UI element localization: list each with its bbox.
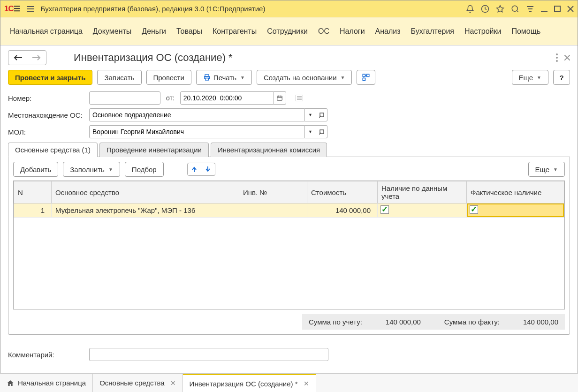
bottom-tab-assets[interactable]: Основные средства ✕ (93, 374, 183, 392)
col-avail-data[interactable]: Наличие по данным учета (378, 181, 467, 204)
menu-money[interactable]: Деньги (142, 27, 166, 36)
menu-contractors[interactable]: Контрагенты (213, 27, 257, 36)
fill-button[interactable]: Заполнить ▼ (63, 162, 120, 177)
svg-point-17 (556, 57, 558, 59)
svg-rect-29 (277, 96, 282, 100)
move-up-button[interactable] (187, 163, 201, 176)
chevron-down-icon: ▼ (108, 167, 113, 172)
tab-process[interactable]: Проведение инвентаризации (99, 143, 209, 157)
col-cost[interactable]: Стоимость (307, 181, 378, 204)
checkbox-icon[interactable] (380, 205, 389, 214)
cell-cost[interactable]: 140 000,00 (307, 204, 378, 218)
cell-inv[interactable] (239, 204, 307, 218)
history-icon[interactable] (481, 5, 489, 13)
write-button[interactable]: Записать (97, 70, 141, 85)
chevron-down-icon: ▼ (553, 167, 558, 172)
col-inv[interactable]: Инв. № (239, 181, 307, 204)
star-icon[interactable] (496, 5, 504, 13)
total-data-label: Сумма по учету: (309, 318, 362, 326)
comment-label: Комментарий: (8, 351, 85, 359)
total-fact-value: 140 000,00 (523, 318, 558, 326)
dropdown-button[interactable]: ▼ (305, 108, 316, 121)
close-icon[interactable] (567, 6, 574, 12)
mol-input[interactable] (89, 125, 305, 138)
tab-more-button[interactable]: Еще ▼ (528, 162, 565, 177)
comment-row: Комментарий: (8, 348, 570, 361)
number-row: Номер: от: (8, 91, 570, 105)
col-avail-fact[interactable]: Фактическое наличие (467, 181, 564, 204)
create-based-button[interactable]: Создать на основании ▼ (257, 70, 352, 85)
svg-point-16 (556, 53, 558, 55)
total-fact-label: Сумма по факту: (444, 318, 500, 326)
menu-employees[interactable]: Сотрудники (267, 27, 308, 36)
svg-point-18 (556, 60, 558, 62)
menu-help[interactable]: Помощь (511, 27, 540, 36)
maximize-icon[interactable] (554, 6, 561, 12)
more-button[interactable]: Еще ▼ (512, 70, 548, 85)
more-vertical-icon[interactable] (556, 53, 558, 62)
settings-lines-icon[interactable] (526, 6, 534, 12)
list-icon[interactable] (296, 95, 303, 101)
home-icon (7, 379, 14, 387)
cell-avail-fact[interactable] (467, 204, 564, 218)
help-button[interactable]: ? (553, 70, 570, 85)
page-header: Инвентаризация ОС (создание) * (8, 50, 570, 65)
menu-accounting[interactable]: Бухгалтерия (411, 27, 454, 36)
cell-avail-data[interactable] (378, 204, 467, 218)
post-button[interactable]: Провести (146, 70, 191, 85)
comment-input[interactable] (89, 348, 328, 361)
open-ref-button[interactable] (316, 125, 327, 138)
menu-settings[interactable]: Настройки (464, 27, 501, 36)
hamburger-icon[interactable] (25, 4, 36, 14)
dropdown-button[interactable]: ▼ (305, 125, 316, 138)
post-and-close-button[interactable]: Провести и закрыть (8, 70, 92, 85)
titlebar-icons (466, 5, 574, 13)
move-down-button[interactable] (201, 163, 215, 176)
select-button[interactable]: Подбор (125, 162, 164, 177)
tab-assets[interactable]: Основные средства (1) (8, 143, 98, 157)
location-row: Местонахождение ОС: ▼ (8, 108, 570, 121)
related-docs-button[interactable] (357, 70, 375, 85)
menu-os[interactable]: ОС (318, 27, 329, 36)
col-n[interactable]: N (14, 181, 52, 204)
menu-goods[interactable]: Товары (176, 27, 202, 36)
bottom-tab-inventory[interactable]: Инвентаризация ОС (создание) * ✕ (183, 374, 316, 392)
cell-n[interactable]: 1 (14, 204, 52, 218)
menu-documents[interactable]: Документы (93, 27, 131, 36)
search-icon[interactable] (511, 5, 519, 13)
close-page-icon[interactable] (564, 55, 570, 60)
tab-commission[interactable]: Инвентаризационная комиссия (211, 143, 327, 157)
minimize-icon[interactable] (541, 6, 548, 12)
add-button[interactable]: Добавить (13, 162, 58, 177)
mol-label: МОЛ: (8, 128, 85, 136)
from-label: от: (166, 94, 175, 102)
col-asset[interactable]: Основное средство (52, 181, 239, 204)
toolbar: Провести и закрыть Записать Провести Печ… (8, 70, 570, 85)
number-label: Номер: (8, 94, 85, 102)
number-input[interactable] (89, 91, 160, 105)
menubar: Начальная страница Документы Деньги Това… (0, 17, 578, 45)
location-input[interactable] (89, 108, 305, 121)
print-button[interactable]: Печать ▼ (196, 70, 252, 85)
menu-home[interactable]: Начальная страница (10, 27, 83, 36)
close-icon[interactable]: ✕ (304, 380, 309, 387)
svg-rect-26 (363, 78, 365, 81)
svg-point-5 (512, 6, 517, 11)
close-icon[interactable]: ✕ (170, 379, 176, 387)
menu-analysis[interactable]: Анализ (375, 27, 401, 36)
tab-content: Добавить Заполнить ▼ Подбор Еще ▼ (8, 157, 570, 335)
nav-buttons (8, 50, 46, 65)
forward-button[interactable] (27, 51, 46, 65)
bottom-tab-home[interactable]: Начальная страница (0, 374, 93, 392)
bottom-tabs: Начальная страница Основные средства ✕ И… (0, 373, 578, 392)
back-button[interactable] (8, 51, 27, 65)
table-row[interactable]: 1 Муфельная электропечь "Жар", МЭП - 136… (14, 204, 564, 218)
menu-taxes[interactable]: Налоги (340, 27, 365, 36)
chevron-down-icon: ▼ (537, 75, 541, 80)
checkbox-icon[interactable] (470, 205, 478, 214)
bell-icon[interactable] (466, 5, 474, 13)
cell-asset[interactable]: Муфельная электропечь "Жар", МЭП - 136 (52, 204, 239, 218)
date-picker-button[interactable] (274, 91, 286, 105)
open-ref-button[interactable] (316, 108, 327, 121)
date-input[interactable] (180, 91, 274, 105)
